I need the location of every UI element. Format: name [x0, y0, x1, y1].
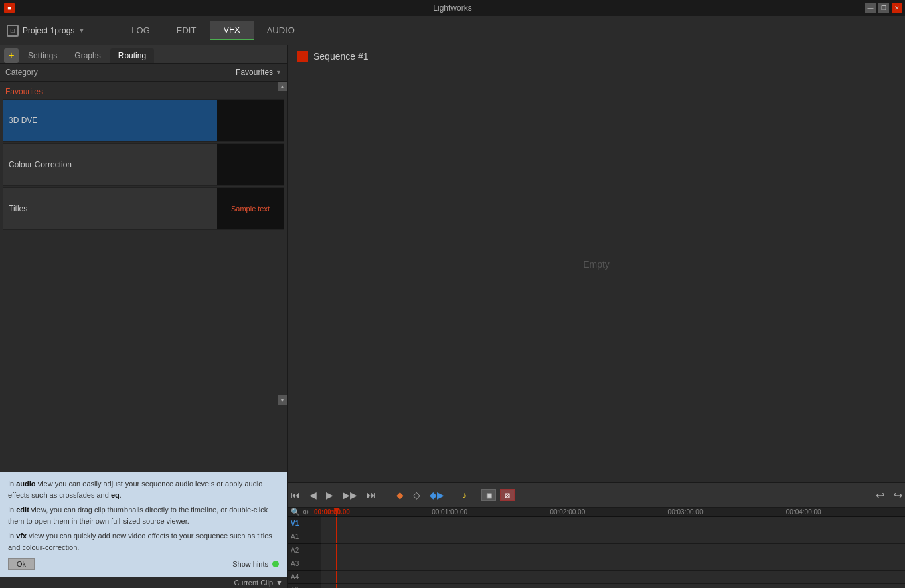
track-row-all — [321, 584, 905, 588]
restore-button[interactable]: ❐ — [878, 3, 889, 13]
track-row-v1 — [321, 517, 905, 530]
tab-settings[interactable]: Settings — [20, 48, 65, 63]
hint-bold-eq: eq — [111, 491, 120, 499]
project-dropdown-arrow: ▼ — [78, 27, 84, 34]
next-frame-button[interactable]: ▶▶ — [340, 488, 360, 502]
nav-bar: ⊡ Project 1progs ▼ LOG EDIT VFX AUDIO — [0, 16, 905, 45]
zoom-in-icon[interactable]: ⊕ — [303, 508, 309, 516]
effect-label-titles: Titles — [3, 188, 217, 229]
hint-paragraph-1: In audio view you can easily adjust your… — [8, 478, 279, 500]
effect-item-titles[interactable]: Titles Sample text — [3, 187, 284, 230]
hint-bold-vfx: vfx — [16, 532, 27, 540]
play-button[interactable]: ▶ — [323, 488, 336, 502]
hint-area: In audio view you can easily adjust your… — [0, 472, 287, 577]
category-value-text: Favourites — [236, 68, 273, 77]
mark-out-button[interactable]: ◆▶ — [427, 488, 447, 502]
close-button[interactable]: ✕ — [892, 3, 902, 13]
sample-text-label: Sample text — [231, 205, 270, 213]
app-title: Lightworks — [433, 3, 471, 13]
tab-vfx[interactable]: VFX — [210, 21, 253, 40]
effects-list: Favourites 3D DVE Colour Correction Titl… — [0, 82, 287, 472]
effect-thumb-3d-dve — [217, 100, 284, 141]
timeline-zoom-icons: 🔍 ⊕ — [291, 508, 313, 516]
show-hints-toggle[interactable]: Show hints — [232, 559, 279, 570]
right-panel: Sequence #1 Empty ⏮ ◀ ▶ ▶▶ ⏭ ◆ ◇ ◆▶ ♪ ▣ … — [288, 45, 905, 588]
playhead-triangle-icon — [333, 508, 340, 513]
app-icon: ■ — [4, 3, 15, 13]
project-selector[interactable]: ⊡ Project 1progs ▼ — [7, 25, 84, 37]
timeline-tracks: V1 A1 A2 A3 A4 All — [288, 517, 905, 588]
playhead-line-a2 — [336, 544, 337, 557]
sequence-flag-icon — [297, 51, 308, 62]
prev-frame-button[interactable]: ◀ — [307, 488, 319, 502]
go-end-button[interactable]: ⏭ — [364, 488, 379, 502]
track-row-a2 — [321, 544, 905, 557]
scroll-down-button[interactable]: ▼ — [278, 395, 287, 405]
playhead-line-all — [336, 584, 337, 588]
project-icon: ⊡ — [7, 25, 19, 37]
track-row-a3 — [321, 557, 905, 571]
hint-bold-audio: audio — [16, 480, 35, 488]
tab-log[interactable]: LOG — [118, 21, 163, 40]
track-label-a2: A2 — [288, 544, 321, 557]
timecode-4: 00:04:00.00 — [785, 508, 902, 516]
tracks-area — [321, 517, 905, 588]
main-content: + Settings Graphs Routing Category Favou… — [0, 45, 905, 588]
effect-item-3d-dve[interactable]: 3D DVE — [3, 99, 284, 142]
mark-mid-button[interactable]: ◇ — [410, 488, 423, 502]
viewer-empty-label: Empty — [583, 259, 610, 270]
undo-button[interactable]: ↩ — [873, 488, 887, 503]
timecode-1: 00:01:00.00 — [430, 508, 548, 516]
tab-graphs[interactable]: Graphs — [66, 48, 108, 63]
go-start-button[interactable]: ⏮ — [288, 488, 303, 502]
scroll-up-button[interactable]: ▲ — [278, 82, 287, 91]
timecode-3: 00:03:00.00 — [667, 508, 785, 516]
playhead-line-a3 — [336, 557, 337, 570]
title-bar: ■ Lightworks — ❐ ✕ — [0, 0, 905, 16]
add-tab-button[interactable]: + — [4, 48, 19, 63]
effect-label-colour-correction: Colour Correction — [3, 144, 217, 185]
hint-paragraph-2: In edit view, you can drag clip thumbnai… — [8, 504, 279, 526]
track-labels: V1 A1 A2 A3 A4 All — [288, 517, 321, 588]
project-name: Project 1progs — [23, 26, 74, 35]
track-label-a3: A3 — [288, 557, 321, 571]
timeline-ruler: 🔍 ⊕ 00:00:00.00 00:01:00.00 00:02:00.00 … — [288, 508, 905, 517]
current-clip-selector[interactable]: Current Clip ▼ — [234, 579, 283, 587]
track-label-all: All — [288, 584, 321, 588]
transport-bar: ⏮ ◀ ▶ ▶▶ ⏭ ◆ ◇ ◆▶ ♪ ▣ ⊠ ↩ ↪ — [288, 482, 905, 508]
insert-button[interactable]: ▣ — [481, 489, 496, 501]
hint-bold-edit: edit — [16, 506, 29, 514]
ok-button[interactable]: Ok — [8, 558, 35, 570]
audio-toggle-button[interactable]: ♪ — [459, 488, 469, 502]
effect-thumb-titles: Sample text — [217, 188, 284, 229]
timecode-0: 00:00:00.00 — [313, 508, 430, 516]
current-clip-bar: Current Clip ▼ — [0, 577, 287, 588]
mark-in-button[interactable]: ◆ — [394, 488, 406, 502]
minimize-button[interactable]: — — [865, 3, 876, 13]
effect-label-3d-dve: 3D DVE — [3, 100, 217, 141]
timecode-2: 00:02:00.00 — [548, 508, 666, 516]
track-row-a4 — [321, 571, 905, 584]
nav-tabs: LOG EDIT VFX AUDIO — [118, 21, 308, 40]
show-hints-label: Show hints — [232, 559, 268, 570]
track-label-a4: A4 — [288, 571, 321, 584]
timeline-timecodes: 00:00:00.00 00:01:00.00 00:02:00.00 00:0… — [313, 508, 902, 516]
overwrite-button[interactable]: ⊠ — [500, 489, 515, 501]
category-dropdown[interactable]: Favourites ▼ — [236, 68, 282, 77]
category-arrow-icon: ▼ — [276, 69, 282, 76]
zoom-out-icon[interactable]: 🔍 — [291, 508, 300, 516]
track-label-v1: V1 — [288, 517, 321, 530]
tab-edit[interactable]: EDIT — [163, 21, 210, 40]
show-hints-indicator — [272, 561, 279, 567]
redo-button[interactable]: ↪ — [891, 488, 905, 503]
effect-item-colour-correction[interactable]: Colour Correction — [3, 143, 284, 186]
tab-routing[interactable]: Routing — [110, 48, 154, 63]
left-tab-bar: + Settings Graphs Routing — [0, 45, 287, 64]
hint-footer: Ok Show hints — [8, 558, 279, 570]
effect-thumb-colour-correction — [217, 144, 284, 185]
category-row: Category Favourites ▼ — [0, 64, 287, 82]
track-row-a1 — [321, 530, 905, 544]
tab-audio[interactable]: AUDIO — [254, 21, 308, 40]
category-label: Category — [5, 68, 38, 77]
sequence-title: Sequence #1 — [313, 51, 369, 62]
